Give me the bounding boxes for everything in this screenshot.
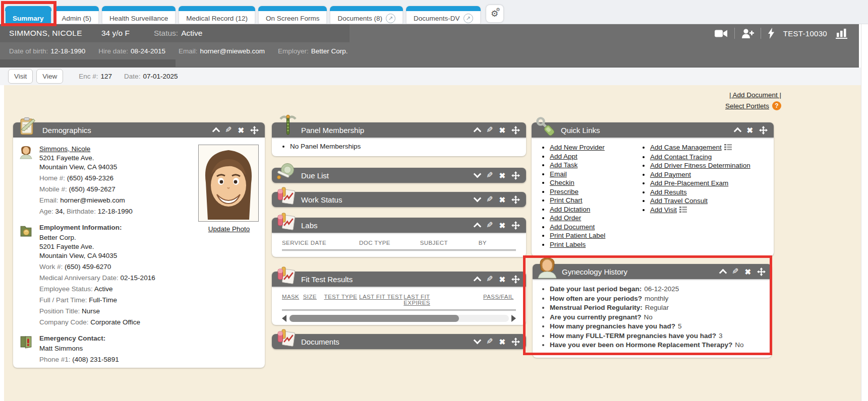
tab-admin[interactable]: Admin (5) <box>54 6 99 24</box>
quick-link-add-case-management[interactable]: Add Case Management <box>650 144 722 151</box>
fit-col-size[interactable]: SIZE <box>303 294 324 306</box>
bar-chart-icon[interactable] <box>836 28 847 39</box>
fit-col-pass-fail[interactable]: PASS/FAIL <box>483 294 516 306</box>
quick-link-checkin[interactable]: Checkin <box>550 179 574 186</box>
documents-header[interactable]: Documents ✎ ✖ <box>272 334 526 349</box>
pencil-icon[interactable]: ✎ <box>486 195 493 204</box>
scroll-left-arrow-icon[interactable] <box>282 315 286 322</box>
page-scrollbar[interactable] <box>861 24 868 401</box>
pencil-icon[interactable]: ✎ <box>486 171 493 179</box>
quick-link-print-chart[interactable]: Print Chart <box>550 196 583 204</box>
pencil-icon[interactable]: ✎ <box>486 126 493 134</box>
close-icon[interactable]: ✖ <box>499 276 505 283</box>
video-camera-icon[interactable] <box>715 29 728 38</box>
tab-settings-button[interactable]: ⚙ ⚙ <box>486 5 504 23</box>
close-icon[interactable]: ✖ <box>238 126 244 134</box>
labs-header[interactable]: Labs ✎ ✖ <box>272 218 526 233</box>
add-document-link[interactable]: | Add Document | <box>729 91 781 99</box>
pencil-icon[interactable]: ✎ <box>486 338 493 346</box>
chevron-up-icon[interactable] <box>720 268 726 276</box>
quick-link-add-new-provider[interactable]: Add New Provider <box>550 144 605 151</box>
view-button[interactable]: View <box>36 69 63 84</box>
quick-link-add-pre-placement-exam[interactable]: Add Pre-Placement Exam <box>650 179 728 187</box>
fit-col-test-type[interactable]: TEST TYPE <box>324 294 360 306</box>
tab-medical-record[interactable]: Medical Record (12) <box>179 6 255 24</box>
fit-col-mask[interactable]: MASK <box>282 294 303 306</box>
chevron-up-icon[interactable] <box>735 126 740 134</box>
quick-links-header[interactable]: Quick Links ✖ <box>532 122 774 138</box>
close-icon[interactable]: ✖ <box>746 126 753 134</box>
fit-col-last-fit-test[interactable]: LAST FIT TEST <box>359 294 403 306</box>
pencil-icon[interactable]: ✎ <box>732 268 738 276</box>
chevron-up-icon[interactable] <box>475 275 480 283</box>
scroll-right-arrow-icon[interactable] <box>511 315 516 322</box>
quick-link-add-results[interactable]: Add Results <box>650 188 687 196</box>
quick-link-add-visit[interactable]: Add Visit <box>650 206 677 214</box>
patient-photo[interactable] <box>198 145 259 222</box>
move-icon[interactable] <box>511 338 520 346</box>
scrollbar-track[interactable] <box>289 315 509 322</box>
tab-health-surveillance[interactable]: Health Surveillance <box>102 6 176 24</box>
demographics-header[interactable]: Demographics ✎ ✖ <box>13 122 265 138</box>
move-icon[interactable] <box>250 126 259 135</box>
move-icon[interactable] <box>511 171 520 180</box>
fit-test-header[interactable]: Fit Test Results ✎ ✖ <box>272 272 526 287</box>
fit-col-last-fit-expires[interactable]: LAST FIT EXPIRES <box>403 294 455 306</box>
move-icon[interactable] <box>759 126 768 135</box>
help-icon[interactable]: ? <box>772 101 781 110</box>
add-person-icon[interactable] <box>741 29 754 38</box>
quick-link-add-task[interactable]: Add Task <box>550 161 577 169</box>
select-portlets-link[interactable]: Select Portlets <box>725 102 769 110</box>
quick-link-print-labels[interactable]: Print Labels <box>550 241 586 248</box>
move-icon[interactable] <box>757 268 766 276</box>
quick-link-add-appt[interactable]: Add Appt <box>550 153 577 160</box>
quick-link-email[interactable]: Email <box>550 170 567 178</box>
open-in-new-icon[interactable]: ↗ <box>386 14 395 23</box>
tab-summary[interactable]: Summary <box>5 6 51 24</box>
quick-link-add-travel-consult[interactable]: Add Travel Consult <box>650 197 708 205</box>
pencil-icon[interactable]: ✎ <box>225 126 232 134</box>
move-icon[interactable] <box>511 195 520 204</box>
patient-name-link[interactable]: Simmons, Nicole <box>39 145 90 153</box>
close-icon[interactable]: ✖ <box>499 172 505 179</box>
quick-link-add-document[interactable]: Add Document <box>550 223 595 231</box>
chevron-down-icon[interactable] <box>475 195 480 204</box>
patient-detail-row: Date of birth:12-18-1990 Hire date:08-24… <box>9 42 361 59</box>
chevron-up-icon[interactable] <box>475 126 480 134</box>
quick-link-print-patient-label[interactable]: Print Patient Label <box>550 232 605 239</box>
panel-membership-header[interactable]: Panel Membership ✎ ✖ <box>272 122 526 138</box>
chevron-up-icon[interactable] <box>475 221 480 229</box>
portlet-due-list: Due List ✎ ✖ <box>272 168 526 183</box>
quick-link-add-order[interactable]: Add Order <box>550 214 581 222</box>
visit-button[interactable]: Visit <box>8 69 33 84</box>
move-icon[interactable] <box>511 221 520 230</box>
scrollbar-thumb[interactable] <box>290 315 459 322</box>
close-icon[interactable]: ✖ <box>744 268 751 276</box>
tab-on-screen-forms[interactable]: On Screen Forms <box>258 6 327 24</box>
quick-link-add-driver-fitness-determination[interactable]: Add Driver Fitness Determination <box>650 162 750 169</box>
quick-link-prescribe[interactable]: Prescribe <box>550 188 578 195</box>
due-list-header[interactable]: Due List ✎ ✖ <box>272 168 526 183</box>
lightning-bolt-icon[interactable] <box>768 28 775 39</box>
close-icon[interactable]: ✖ <box>499 338 505 346</box>
open-in-new-icon[interactable]: ↗ <box>464 14 473 23</box>
pencil-icon[interactable]: ✎ <box>486 275 493 283</box>
quick-link-add-payment[interactable]: Add Payment <box>650 171 691 178</box>
close-icon[interactable]: ✖ <box>499 222 505 229</box>
update-photo-link[interactable]: Update Photo <box>208 225 250 234</box>
tab-documents[interactable]: Documents (8)↗ <box>330 6 403 24</box>
quick-link-add-contact-tracing[interactable]: Add Contact Tracing <box>650 153 712 161</box>
close-icon[interactable]: ✖ <box>499 196 505 204</box>
close-icon[interactable]: ✖ <box>499 126 505 134</box>
work-status-header[interactable]: Work Status ✎ ✖ <box>272 192 526 207</box>
chevron-down-icon[interactable] <box>475 171 480 179</box>
move-icon[interactable] <box>511 275 520 284</box>
chevron-up-icon[interactable] <box>213 126 219 134</box>
list-item: Date your last period began:06-12-2025 <box>550 285 766 293</box>
gynecology-header[interactable]: Gynecology History ✎ ✖ <box>533 264 772 279</box>
pencil-icon[interactable]: ✎ <box>486 221 493 229</box>
tab-documents-dv[interactable]: Documents-DV↗ <box>406 6 481 24</box>
chevron-down-icon[interactable] <box>475 338 480 346</box>
quick-link-add-dictation[interactable]: Add Dictation <box>550 206 590 213</box>
move-icon[interactable] <box>511 126 520 135</box>
